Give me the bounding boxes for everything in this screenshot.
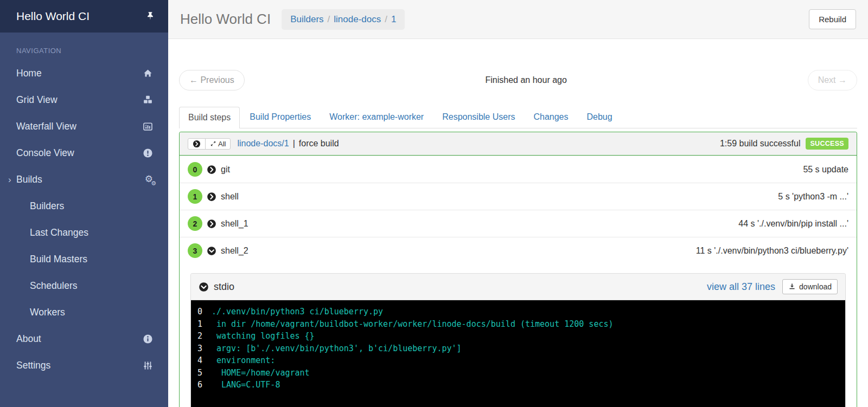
- tab-changes[interactable]: Changes: [525, 107, 577, 128]
- exclamation-circle-icon: [143, 148, 153, 158]
- download-icon: [788, 283, 796, 290]
- expand-all-steps-button[interactable]: [188, 138, 206, 150]
- step-detail: 44 s './.venv/bin/pip install ...': [738, 219, 848, 229]
- step-detail: 55 s update: [803, 165, 848, 175]
- build-summary-heading: All linode-docs/1 | force build 1:59 bui…: [180, 132, 857, 156]
- step-number-badge: 2: [188, 216, 202, 231]
- download-button[interactable]: download: [782, 279, 838, 294]
- chevron-circle-right-icon: [207, 192, 216, 202]
- log-line: 2 watching logfiles {}: [197, 330, 839, 343]
- log-line: 0./.venv/bin/python3 ci/blueberry.py: [197, 306, 839, 318]
- build-panel: All linode-docs/1 | force build 1:59 bui…: [179, 132, 857, 407]
- log-line: 1 in dir /home/vagrant/buildbot-worker/w…: [197, 318, 839, 331]
- info-circle-icon: [143, 334, 153, 344]
- home-icon: [143, 68, 153, 79]
- build-tabs: Build steps Build Properties Worker: exa…: [179, 107, 857, 128]
- next-build-button[interactable]: Next →: [808, 70, 857, 91]
- status-badge: SUCCESS: [806, 138, 848, 150]
- build-content: ← Previous Finished an hour ago Next → B…: [168, 39, 868, 407]
- breadcrumb: Builders / linode-docs / 1: [282, 9, 405, 30]
- sidebar-item-schedulers[interactable]: Schedulers: [0, 273, 168, 299]
- breadcrumb-separator: /: [381, 14, 391, 25]
- tab-build-properties[interactable]: Build Properties: [241, 107, 320, 128]
- stdio-log-box: stdio view all 37 lines download: [190, 273, 846, 407]
- step-name: shell: [221, 192, 239, 202]
- step-name: shell_2: [221, 246, 248, 256]
- previous-build-button[interactable]: ← Previous: [179, 70, 245, 91]
- sidebar-item-home[interactable]: Home: [0, 60, 168, 87]
- breadcrumb-build-number-link[interactable]: 1: [391, 14, 396, 25]
- log-line: 4 environment:: [197, 354, 839, 367]
- step-row-git[interactable]: 0 git 55 s update: [180, 156, 857, 183]
- step-number-badge: 1: [188, 189, 202, 204]
- chevron-circle-right-icon: [207, 219, 216, 229]
- expand-arrows-icon: [210, 140, 216, 147]
- tab-build-steps[interactable]: Build steps: [179, 107, 240, 128]
- stdio-title: stdio: [214, 281, 234, 293]
- step-number-badge: 3: [188, 243, 202, 258]
- sliders-icon: [143, 360, 153, 371]
- stdio-terminal-output: 0./.venv/bin/python3 ci/blueberry.py 1 i…: [191, 300, 845, 407]
- cubes-icon: [143, 95, 153, 105]
- sidebar-item-grid-view[interactable]: Grid View: [0, 87, 168, 113]
- sidebar-item-console-view[interactable]: Console View: [0, 140, 168, 166]
- breadcrumb-builders-link[interactable]: Builders: [290, 14, 323, 25]
- sidebar-item-builds[interactable]: › Builds ⚙⚙: [0, 166, 168, 193]
- step-name: shell_1: [221, 219, 248, 229]
- step-detail: 5 s 'python3 -m ...': [778, 192, 848, 202]
- view-all-lines-link[interactable]: view all 37 lines: [707, 281, 775, 293]
- log-line: 3 argv: [b'./.venv/bin/python3', b'ci/bl…: [197, 343, 839, 355]
- step-row-shell[interactable]: 1 shell 5 s 'python3 -m ...': [180, 183, 857, 210]
- toggle-all-logs-button[interactable]: All: [205, 138, 231, 150]
- chevron-circle-down-icon[interactable]: [199, 282, 209, 292]
- gears-icon: ⚙⚙: [145, 175, 153, 185]
- build-reason: force build: [299, 139, 339, 148]
- bar-chart-icon: [143, 121, 153, 132]
- main-area: Hello World CI Builders / linode-docs / …: [168, 0, 868, 407]
- page-title: Hello World CI: [180, 11, 271, 28]
- build-link[interactable]: linode-docs/1: [237, 139, 289, 148]
- sidebar-header: Hello World CI: [0, 0, 168, 33]
- page-header: Hello World CI Builders / linode-docs / …: [168, 0, 868, 39]
- tab-debug[interactable]: Debug: [578, 107, 621, 128]
- sidebar-item-builders[interactable]: Builders: [0, 193, 168, 219]
- step-detail: 11 s './.venv/bin/python3 ci/blueberry.p…: [696, 246, 848, 256]
- sidebar-item-last-changes[interactable]: Last Changes: [0, 219, 168, 246]
- chevron-circle-right-icon: [193, 140, 201, 148]
- chevron-circle-right-icon: [207, 165, 216, 175]
- sidebar-item-waterfall-view[interactable]: Waterfall View: [0, 113, 168, 140]
- reason-separator: |: [293, 139, 295, 148]
- tab-responsible-users[interactable]: Responsible Users: [433, 107, 524, 128]
- build-pager: ← Previous Finished an hour ago Next →: [179, 70, 857, 91]
- sidebar-item-settings[interactable]: Settings: [0, 352, 168, 379]
- breadcrumb-builder-link[interactable]: linode-docs: [334, 14, 381, 25]
- sidebar: Hello World CI NAVIGATION Home Grid View…: [0, 0, 168, 407]
- step-row-shell-2[interactable]: 3 shell_2 11 s './.venv/bin/python3 ci/b…: [180, 237, 857, 264]
- breadcrumb-separator: /: [324, 14, 334, 25]
- step-number-badge: 0: [188, 162, 202, 177]
- app-title: Hello World CI: [16, 10, 145, 23]
- build-duration-status: 1:59 build successful: [720, 139, 801, 148]
- log-line: 5 HOME=/home/vagrant: [197, 367, 839, 379]
- stdio-header: stdio view all 37 lines download: [191, 274, 845, 300]
- sidebar-item-build-masters[interactable]: Build Masters: [0, 246, 168, 273]
- sidebar-item-about[interactable]: About: [0, 326, 168, 352]
- pin-icon[interactable]: [145, 11, 155, 21]
- tab-worker[interactable]: Worker: example-worker: [321, 107, 432, 128]
- step-row-shell-1[interactable]: 2 shell_1 44 s './.venv/bin/pip install …: [180, 210, 857, 237]
- log-line: 6 LANG=C.UTF-8: [197, 379, 839, 391]
- sidebar-item-workers[interactable]: Workers: [0, 299, 168, 326]
- chevron-circle-down-icon: [207, 246, 216, 256]
- step-expanded-area: stdio view all 37 lines download: [180, 264, 857, 407]
- build-finished-status: Finished an hour ago: [245, 75, 808, 85]
- step-name: git: [221, 165, 230, 175]
- expand-caret-icon: ›: [8, 175, 11, 185]
- navigation-label: NAVIGATION: [16, 47, 168, 55]
- rebuild-button[interactable]: Rebuild: [809, 9, 856, 29]
